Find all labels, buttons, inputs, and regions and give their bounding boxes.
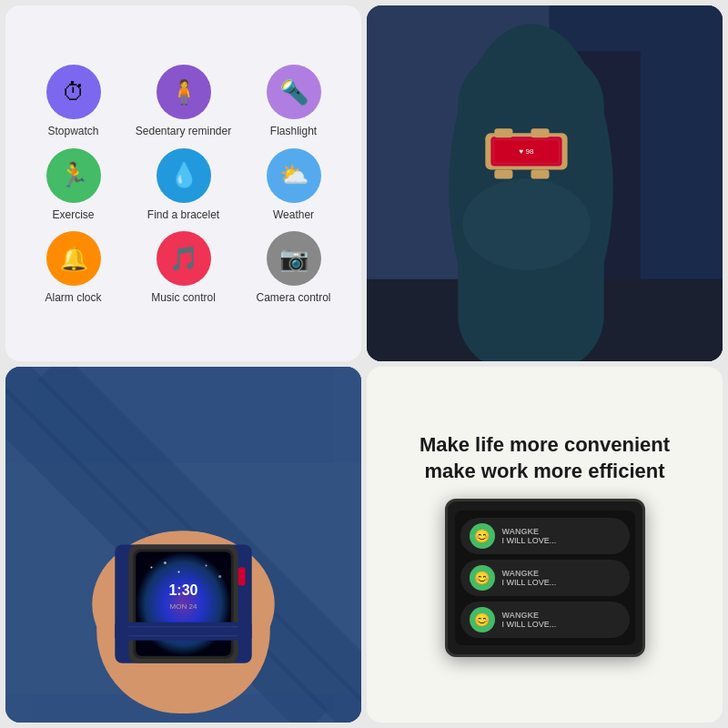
message-content-3: WANGKE I WILL LOVE... [502, 611, 557, 629]
exercise-icon: 🏃 [46, 148, 101, 203]
watch-message-display: 😊 WANGKE I WILL LOVE... 😊 WANGKE I WILL … [445, 499, 645, 657]
feature-flashlight[interactable]: 🔦 Flashlight [240, 65, 347, 139]
headline-line2: make work more efficient [420, 459, 670, 485]
svg-rect-38 [238, 568, 246, 586]
music-icon: 🎵 [157, 231, 211, 286]
find-bracelet-icon: 💧 [157, 148, 211, 203]
svg-text:♥ 98: ♥ 98 [519, 147, 533, 156]
wrist-photo-panel: ♥ 98 [367, 5, 723, 361]
message-row-1: 😊 WANGKE I WILL LOVE... [460, 518, 630, 554]
svg-point-31 [206, 565, 207, 567]
avatar-2: 😊 [470, 565, 495, 591]
camera-label: Camera control [256, 291, 330, 306]
weather-icon: ⛅ [267, 148, 321, 203]
svg-point-32 [218, 575, 221, 578]
feature-camera[interactable]: 📷 Camera control [240, 231, 347, 306]
weather-label: Weather [273, 208, 314, 223]
message-text-1: I WILL LOVE... [502, 536, 557, 545]
find-bracelet-label: Find a bracelet [147, 208, 219, 223]
stopwatch-icon: ⏱ [46, 65, 101, 119]
feature-exercise[interactable]: 🏃 Exercise [20, 148, 126, 223]
main-grid: ⏱ Stopwatch 🧍 Sedentary reminder 🔦 Flash… [0, 0, 728, 728]
sedentary-label: Sedentary reminder [136, 125, 231, 139]
sender-3: WANGKE [502, 611, 557, 620]
feature-music[interactable]: 🎵 Music control [130, 231, 237, 306]
svg-point-28 [150, 567, 152, 569]
svg-rect-10 [494, 128, 512, 137]
features-panel: ⏱ Stopwatch 🧍 Sedentary reminder 🔦 Flash… [5, 5, 361, 361]
svg-point-6 [462, 178, 590, 269]
music-label: Music control [151, 291, 216, 306]
alarm-icon: 🔔 [46, 231, 101, 286]
svg-text:MON 24: MON 24 [170, 602, 197, 611]
watch-screen: 😊 WANGKE I WILL LOVE... 😊 WANGKE I WILL … [455, 511, 635, 645]
headline-line1: Make life more convenient [420, 432, 670, 459]
message-content-1: WANGKE I WILL LOVE... [502, 527, 557, 545]
wrist-illustration: ♥ 98 [367, 5, 723, 361]
message-row-2: 😊 WANGKE I WILL LOVE... [460, 560, 630, 596]
sender-1: WANGKE [502, 527, 557, 536]
svg-point-29 [164, 561, 167, 564]
exercise-label: Exercise [52, 208, 94, 223]
alarm-label: Alarm clock [45, 291, 101, 306]
flashlight-icon: 🔦 [267, 65, 321, 119]
feature-weather[interactable]: ⛅ Weather [240, 148, 347, 223]
camera-icon: 📷 [267, 231, 321, 286]
svg-rect-12 [494, 169, 512, 178]
watch-wrist-panel: 1:30 MON 24 [5, 367, 361, 723]
message-headline: Make life more convenient make work more… [420, 432, 670, 484]
message-text-2: I WILL LOVE... [502, 578, 557, 587]
avatar-1: 😊 [470, 523, 495, 549]
sedentary-icon: 🧍 [157, 65, 211, 119]
feature-find-bracelet[interactable]: 💧 Find a bracelet [130, 148, 237, 223]
message-text-3: I WILL LOVE... [502, 620, 557, 629]
feature-alarm[interactable]: 🔔 Alarm clock [20, 231, 126, 306]
message-content-2: WANGKE I WILL LOVE... [502, 569, 557, 587]
svg-rect-11 [531, 128, 549, 137]
svg-text:1:30: 1:30 [168, 581, 197, 598]
svg-rect-35 [115, 622, 251, 641]
message-row-3: 😊 WANGKE I WILL LOVE... [460, 602, 630, 638]
blue-watch-illustration: 1:30 MON 24 [5, 367, 361, 723]
features-grid: ⏱ Stopwatch 🧍 Sedentary reminder 🔦 Flash… [20, 65, 347, 306]
feature-stopwatch[interactable]: ⏱ Stopwatch [20, 65, 126, 139]
stopwatch-label: Stopwatch [47, 125, 98, 139]
sender-2: WANGKE [502, 569, 557, 578]
avatar-3: 😊 [470, 607, 495, 632]
message-panel: Make life more convenient make work more… [367, 367, 723, 723]
svg-point-30 [177, 571, 179, 573]
svg-rect-13 [531, 169, 549, 178]
flashlight-label: Flashlight [270, 125, 317, 139]
feature-sedentary[interactable]: 🧍 Sedentary reminder [130, 65, 237, 139]
